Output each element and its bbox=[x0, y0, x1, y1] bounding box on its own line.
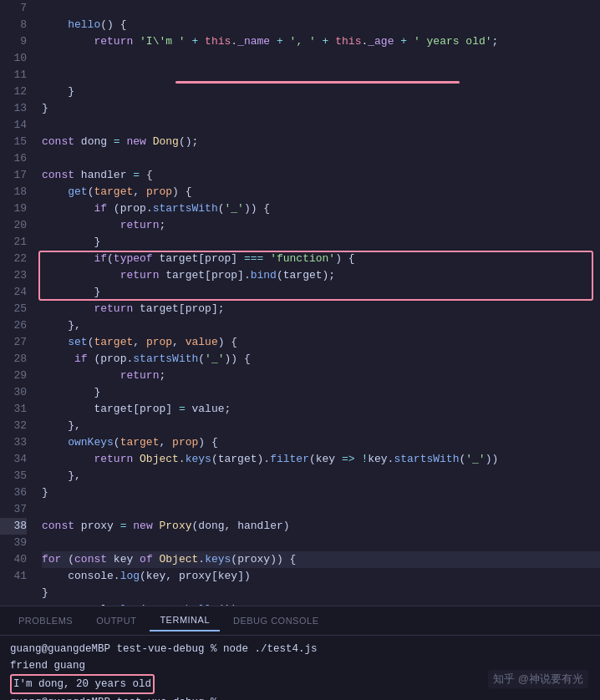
code-line-8: hello() { bbox=[42, 17, 600, 33]
watermark: 知乎 @神说要有光 bbox=[488, 670, 588, 688]
code-line-25: set(target, prop, value) { bbox=[42, 334, 600, 351]
terminal-line-4: guang@guangdeMBP test-vue-debug % bbox=[10, 694, 590, 700]
code-line-30: }, bbox=[42, 418, 600, 434]
code-line-23: return target[prop]; bbox=[42, 301, 600, 317]
tab-problems[interactable]: PROBLEMS bbox=[8, 611, 83, 631]
terminal-highlighted-output: I'm dong, 20 years old bbox=[10, 674, 155, 694]
tab-terminal[interactable]: TERMINAL bbox=[150, 610, 220, 632]
code-line-31: ownKeys(target, prop) { bbox=[42, 434, 600, 451]
tab-output[interactable]: OUTPUT bbox=[86, 611, 146, 631]
code-line-34: } bbox=[42, 484, 600, 501]
code-line-33: }, bbox=[42, 468, 600, 484]
code-line-36: const proxy = new Proxy(dong, handler) bbox=[42, 518, 600, 535]
code-line-7 bbox=[42, 0, 600, 17]
code-line-41: console.log(proxy.hello()); bbox=[42, 601, 600, 606]
code-line-11: } bbox=[42, 100, 600, 117]
code-line-38: for (const key of Object.keys(proxy)) { bbox=[42, 551, 600, 568]
code-line-16: get(target, prop) { bbox=[42, 184, 600, 200]
code-container: 7 8 9 10 11 12 13 14 15 16 17 18 19 20 2… bbox=[0, 0, 600, 606]
terminal-line-1: guang@guangdeMBP test-vue-debug % node .… bbox=[10, 641, 590, 657]
code-line-17: if (prop.startsWith('_')) { bbox=[42, 200, 600, 217]
code-line-26: if (prop.startsWith('_')) { bbox=[42, 351, 600, 368]
code-line-35 bbox=[42, 501, 600, 518]
code-line-37 bbox=[42, 535, 600, 551]
terminal-content: guang@guangdeMBP test-vue-debug % node .… bbox=[0, 636, 600, 700]
code-line-15: const handler = { bbox=[42, 167, 600, 184]
tab-debug-console[interactable]: DEBUG CONSOLE bbox=[223, 611, 328, 631]
code-lines: hello() { return 'I\'m ' + this._name + … bbox=[35, 0, 600, 606]
code-line-21: return target[prop].bind(target); bbox=[42, 267, 600, 284]
code-line-18: return; bbox=[42, 217, 600, 234]
code-line-29: target[prop] = value; bbox=[42, 401, 600, 418]
red-box-container: if(typeof target[prop] === 'function') {… bbox=[42, 251, 600, 301]
code-line-20: if(typeof target[prop] === 'function') { bbox=[42, 251, 600, 267]
code-line-32: return Object.keys(target).filter(key =>… bbox=[42, 451, 600, 468]
code-line-39: console.log(key, proxy[key]) bbox=[42, 568, 600, 585]
line-numbers: 7 8 9 10 11 12 13 14 15 16 17 18 19 20 2… bbox=[0, 0, 35, 606]
editor-area: 7 8 9 10 11 12 13 14 15 16 17 18 19 20 2… bbox=[0, 0, 600, 606]
code-line-14 bbox=[42, 150, 600, 167]
code-line-27: return; bbox=[42, 368, 600, 384]
code-line-28: } bbox=[42, 384, 600, 401]
code-line-40: } bbox=[42, 585, 600, 601]
code-line-13: const dong = new Dong(); bbox=[42, 134, 600, 150]
code-line-22: } bbox=[42, 284, 600, 301]
code-line-12 bbox=[42, 117, 600, 134]
code-line-10: } bbox=[42, 84, 600, 100]
code-line-19: } bbox=[42, 234, 600, 251]
code-line-24: }, bbox=[42, 317, 600, 334]
code-line-9: return 'I\'m ' + this._name + ', ' + thi… bbox=[42, 33, 600, 84]
panel-tabs: PROBLEMS OUTPUT TERMINAL DEBUG CONSOLE bbox=[0, 606, 600, 636]
